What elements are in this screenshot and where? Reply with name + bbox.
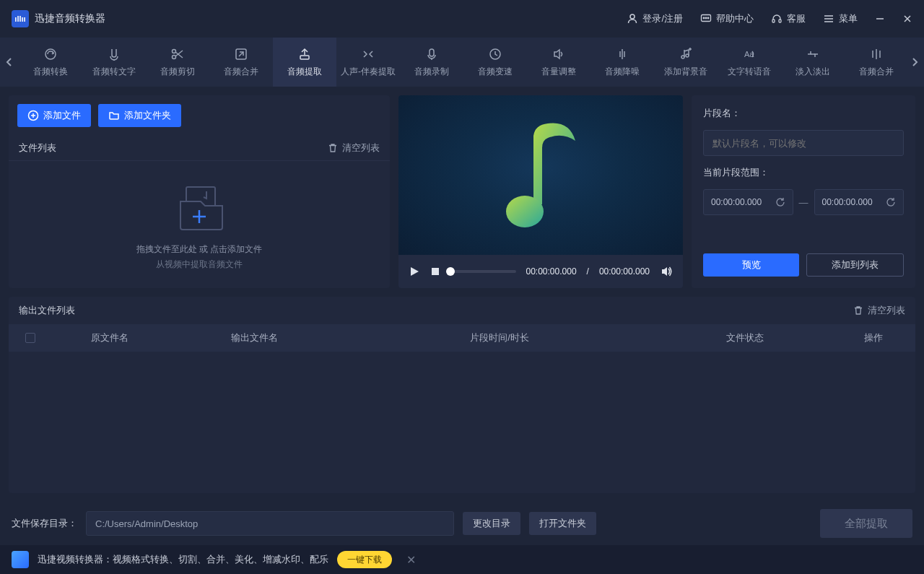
add-to-list-button[interactable]: 添加到列表	[806, 253, 904, 277]
output-list-title: 输出文件列表	[19, 304, 75, 317]
svg-marker-46	[411, 267, 419, 276]
play-button[interactable]	[409, 266, 420, 277]
tool-tab[interactable]: 添加背景音	[654, 38, 718, 87]
tool-tab-icon	[43, 47, 58, 61]
tool-tab-icon	[615, 47, 629, 61]
extract-all-label: 全部提取	[845, 517, 888, 531]
seek-knob[interactable]	[446, 267, 455, 276]
range-end-value: 00:00:00.000	[822, 197, 873, 207]
svg-point-0	[630, 14, 635, 19]
add-folder-button[interactable]: 添加文件夹	[98, 104, 181, 127]
col-output: 输出文件名	[167, 331, 341, 344]
promo-btn-label: 一键下载	[347, 554, 382, 566]
tool-tab-label: 音频合并	[224, 66, 258, 78]
promo-download-button[interactable]: 一键下载	[337, 551, 392, 568]
clear-file-list-button[interactable]: 清空列表	[328, 142, 380, 155]
preview-pane: 00:00:00.000 / 00:00:00.000	[398, 95, 683, 288]
preview-button[interactable]: 预览	[703, 253, 799, 277]
tool-tabs: 音频转换音频转文字音频剪切音频合并音频提取人声-伴奏提取音频录制音频变速音量调整…	[0, 38, 924, 87]
open-folder-button[interactable]: 打开文件夹	[529, 512, 596, 535]
range-end-input[interactable]: 00:00:00.000	[814, 189, 905, 215]
add-folder-label: 添加文件夹	[124, 109, 171, 122]
tool-tab[interactable]: Aa文字转语音	[718, 38, 781, 87]
tool-tab-label: 淡入淡出	[796, 66, 830, 78]
tool-tab-label: 音频合并	[859, 66, 894, 78]
user-icon	[627, 13, 638, 25]
tool-tab-label: 音频降噪	[605, 66, 640, 78]
promo-close-button[interactable]: ✕	[406, 553, 416, 567]
tool-tab[interactable]: 音频录制	[400, 38, 463, 87]
reset-icon[interactable]	[886, 197, 896, 207]
select-all-checkbox[interactable]	[25, 333, 35, 343]
login-link[interactable]: 登录/注册	[627, 12, 683, 25]
tool-tab-label: 音频转文字	[92, 66, 136, 78]
range-start-value: 00:00:00.000	[711, 197, 762, 207]
file-list-pane: 添加文件 添加文件夹 文件列表 清空列表	[9, 95, 390, 288]
col-source: 原文件名	[52, 331, 167, 344]
menu-label: 菜单	[839, 12, 858, 25]
clip-settings-pane: 片段名： 当前片段范围： 00:00:00.000 — 00:00:00.000…	[692, 95, 915, 288]
tool-tab[interactable]: 淡入淡出	[781, 38, 845, 87]
svg-point-13	[45, 49, 56, 59]
help-link[interactable]: 帮助中心	[700, 12, 754, 25]
app-title: 迅捷音频转换器	[35, 12, 105, 25]
range-start-input[interactable]: 00:00:00.000	[703, 189, 793, 215]
clip-name-input[interactable]	[703, 130, 904, 156]
time-total: 00:00:00.000	[599, 266, 650, 277]
tool-tab[interactable]: 人声-伴奏提取	[336, 38, 400, 87]
logo-icon: ıllıı	[12, 10, 29, 27]
trash-icon	[853, 305, 863, 316]
tool-tab[interactable]: 音量调整	[527, 38, 590, 87]
dropzone-text-2: 从视频中提取音频文件	[156, 258, 243, 271]
tool-tab[interactable]: 音频剪切	[146, 38, 209, 87]
file-list-title: 文件列表	[19, 142, 56, 155]
svg-point-4	[707, 17, 709, 19]
tool-tab-label: 添加背景音	[664, 66, 707, 78]
tool-tab[interactable]: 音频提取	[273, 38, 336, 87]
player-bar: 00:00:00.000 / 00:00:00.000	[398, 255, 683, 288]
tool-tab-label: 音频剪切	[160, 66, 195, 78]
tool-tab-icon	[170, 47, 185, 61]
tool-tab[interactable]: 音频转文字	[82, 38, 146, 87]
open-folder-label: 打开文件夹	[539, 517, 586, 530]
tool-tab-icon: Aa	[742, 47, 757, 61]
time-current: 00:00:00.000	[526, 266, 577, 277]
tool-tab-label: 文字转语音	[728, 66, 771, 78]
tabs-next-button[interactable]	[905, 38, 924, 87]
menu-icon	[823, 13, 834, 25]
service-link[interactable]: 客服	[771, 12, 806, 25]
add-file-label: 添加文件	[43, 109, 81, 122]
menu-link[interactable]: 菜单	[823, 12, 858, 25]
file-dropzone[interactable]: 拖拽文件至此处 或 点击添加文件 从视频中提取音频文件	[9, 161, 390, 288]
tool-tab[interactable]: 音频合并	[209, 38, 273, 87]
stop-button[interactable]	[430, 266, 440, 277]
tool-tab-label: 音频变速	[478, 66, 513, 78]
clear-output-list-button[interactable]: 清空列表	[853, 304, 905, 317]
tool-tab-label: 音频转换	[33, 66, 68, 78]
close-button[interactable]	[902, 14, 912, 24]
save-path-input[interactable]	[86, 511, 454, 536]
extract-all-button[interactable]: 全部提取	[820, 509, 912, 538]
chat-icon	[700, 13, 712, 25]
change-dir-button[interactable]: 更改目录	[463, 512, 520, 535]
reset-icon[interactable]	[775, 197, 785, 207]
minimize-button[interactable]	[875, 14, 885, 24]
col-status: 文件状态	[658, 331, 832, 344]
tool-tab[interactable]: 音频变速	[463, 38, 527, 87]
folder-icon	[108, 110, 120, 121]
plus-circle-icon	[27, 110, 39, 121]
tool-tab[interactable]: 音频转换	[19, 38, 82, 87]
tool-tab[interactable]: 音频降噪	[590, 38, 654, 87]
tool-tab-icon	[361, 47, 375, 61]
seek-slider[interactable]	[450, 270, 516, 273]
clear-list-label: 清空列表	[342, 142, 380, 155]
add-file-button[interactable]: 添加文件	[17, 104, 91, 127]
tool-tab[interactable]: 音频合并	[845, 38, 905, 87]
svg-point-31	[686, 54, 689, 57]
tool-tab-icon	[869, 47, 884, 61]
promo-strip: 迅捷视频转换器：视频格式转换、切割、合并、美化、增减水印、配乐 一键下载 ✕	[0, 545, 924, 574]
svg-point-2	[703, 17, 705, 19]
tabs-prev-button[interactable]	[0, 38, 19, 87]
volume-button[interactable]	[660, 265, 673, 278]
svg-rect-47	[432, 268, 439, 275]
